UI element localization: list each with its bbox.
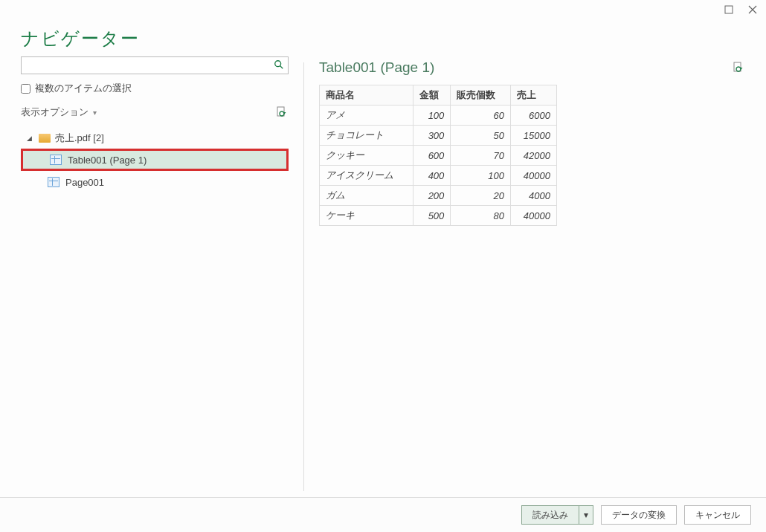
table-cell: アメ [320, 106, 413, 126]
table-cell: 20 [451, 186, 511, 206]
cancel-button[interactable]: キャンセル [684, 505, 751, 525]
table-row[interactable]: チョコレート3005015000 [320, 126, 557, 146]
table-cell: 200 [413, 186, 451, 206]
preview-title: Table001 (Page 1) [319, 59, 434, 76]
column-header[interactable]: 金額 [413, 85, 451, 106]
table-cell: 100 [413, 106, 451, 126]
table-cell: 400 [413, 166, 451, 186]
table-cell: 600 [413, 146, 451, 166]
collapse-icon[interactable]: ◢ [27, 134, 34, 142]
table-cell: 42000 [510, 146, 556, 166]
table-cell: ケーキ [320, 206, 413, 226]
folder-icon [39, 134, 51, 143]
multi-select-checkbox[interactable]: 複数のアイテムの選択 [21, 82, 289, 95]
tree-item-label: Page001 [65, 177, 104, 188]
table-cell: ガム [320, 186, 413, 206]
source-tree: ◢ 売上.pdf [2] Table001 (Page 1)Page001 [21, 128, 289, 491]
load-button-label: 読み込み [532, 509, 568, 522]
chevron-down-icon: ▾ [584, 510, 588, 520]
transform-button-label: データの変換 [612, 509, 666, 522]
tree-item-label: Table001 (Page 1) [68, 155, 147, 166]
multi-select-label: 複数のアイテムの選択 [35, 82, 132, 95]
navigator-panel: 複数のアイテムの選択 表示オプション ◢ 売上.pdf [2] Table001… [21, 56, 289, 491]
table-row[interactable]: アメ100606000 [320, 106, 557, 126]
display-options-label: 表示オプション [21, 106, 88, 119]
cancel-button-label: キャンセル [695, 509, 740, 522]
table-cell: 60 [451, 106, 511, 126]
svg-rect-0 [725, 6, 733, 13]
table-cell: チョコレート [320, 126, 413, 146]
load-button[interactable]: 読み込み [521, 505, 579, 525]
column-header[interactable]: 商品名 [320, 85, 413, 106]
table-cell: 40000 [510, 166, 556, 186]
tree-root-label: 売上.pdf [2] [55, 132, 104, 145]
table-row[interactable]: アイスクリーム40010040000 [320, 166, 557, 186]
table-cell: 6000 [510, 106, 556, 126]
table-cell: 50 [451, 126, 511, 146]
column-header[interactable]: 売上 [510, 85, 556, 106]
preview-panel: Table001 (Page 1) 商品名金額販売個数売上 アメ10060600… [319, 56, 745, 491]
maximize-button[interactable] [723, 4, 735, 16]
close-button[interactable] [747, 4, 759, 16]
dialog-footer: 読み込み ▾ データの変換 キャンセル [0, 497, 766, 532]
display-options-button[interactable]: 表示オプション [21, 106, 97, 119]
table-cell: 15000 [510, 126, 556, 146]
dialog-header: ナビゲーター [0, 19, 766, 56]
multi-select-checkbox-input[interactable] [21, 84, 30, 94]
load-split-button: 読み込み ▾ [521, 505, 593, 525]
table-row[interactable]: ガム200204000 [320, 186, 557, 206]
tree-item[interactable]: Table001 (Page 1) [21, 149, 289, 171]
table-cell: 500 [413, 206, 451, 226]
table-row[interactable]: ケーキ5008040000 [320, 206, 557, 226]
preview-table: 商品名金額販売個数売上 アメ100606000チョコレート3005015000ク… [319, 85, 557, 226]
table-cell: 300 [413, 126, 451, 146]
search-input[interactable] [21, 56, 289, 74]
table-cell: 40000 [510, 206, 556, 226]
column-header[interactable]: 販売個数 [451, 85, 511, 106]
table-icon [50, 155, 62, 165]
load-dropdown-button[interactable]: ▾ [579, 505, 593, 525]
table-cell: クッキー [320, 146, 413, 166]
transform-button[interactable]: データの変換 [601, 505, 677, 525]
dialog-title: ナビゲーター [21, 27, 745, 51]
table-cell: 70 [451, 146, 511, 166]
titlebar [0, 0, 766, 19]
panel-divider [303, 62, 304, 491]
tree-root[interactable]: ◢ 売上.pdf [2] [21, 128, 289, 149]
table-cell: 80 [451, 206, 511, 226]
table-row[interactable]: クッキー6007042000 [320, 146, 557, 166]
tree-item[interactable]: Page001 [21, 171, 289, 193]
table-cell: アイスクリーム [320, 166, 413, 186]
table-icon [48, 177, 59, 187]
preview-refresh-icon[interactable] [732, 61, 745, 74]
refresh-icon[interactable] [275, 106, 289, 119]
table-cell: 4000 [510, 186, 556, 206]
table-cell: 100 [451, 166, 511, 186]
